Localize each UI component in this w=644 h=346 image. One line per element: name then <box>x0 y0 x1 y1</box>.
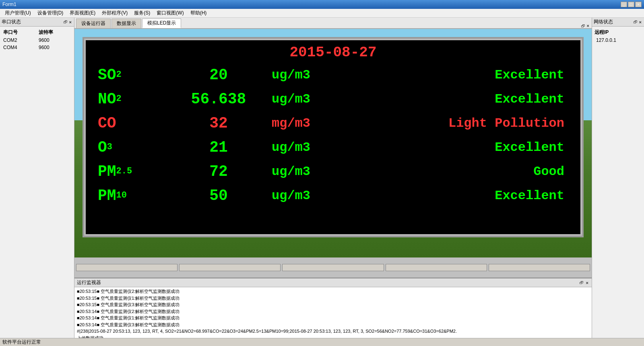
pollutant-value-no2: 56.638 <box>182 91 255 108</box>
scrollbar-section-2[interactable] <box>179 264 281 271</box>
scrollbar-section-5[interactable] <box>489 264 590 271</box>
network-panel-title: 网络状态 <box>594 19 613 25</box>
monitor-line: #|238|2015-08-27 20:53:13, 123, 123, RT,… <box>77 328 589 335</box>
status-bar: 软件平台运行正常 <box>0 338 644 346</box>
led-row-no2: NO2 56.638 ug/m3 Excellent <box>94 87 572 111</box>
monitor-title: 运行监视器 <box>77 279 101 286</box>
pollutant-unit-co: mg/m3 <box>255 116 327 131</box>
window-title: Form1 <box>2 2 621 7</box>
pollutant-status-pm25: Good <box>327 164 572 179</box>
title-bar: Form1 _ □ × <box>0 0 644 9</box>
tab-device-runner[interactable]: 设备运行器 <box>76 19 111 28</box>
led-date: 2015-08-27 <box>94 44 572 61</box>
menu-bar: 用户管理(U) 设备管理(D) 界面视图(E) 外部程序(V) 服务(S) 窗口… <box>0 9 644 18</box>
led-row-pm10: PM10 50 ug/m3 Excellent <box>94 184 572 207</box>
scrollbar-section-4[interactable] <box>386 264 487 271</box>
maximize-button[interactable]: □ <box>628 2 634 7</box>
network-pin[interactable]: 🗗 <box>634 20 638 25</box>
tab-area-close[interactable]: × <box>586 23 590 28</box>
monitor-header: 运行监视器 🗗 × <box>74 278 592 287</box>
pollutant-name-so2: SO2 <box>94 66 182 84</box>
port-name: COM4 <box>2 44 37 51</box>
serial-panel-close[interactable]: × <box>68 20 72 25</box>
monitor-line: ■20:53:14■ 空气质量监测仪1:解析空气监测数据成功 <box>77 315 589 321</box>
serial-table: 串口号 波特率 COM2 9600 COM4 9600 <box>0 27 74 53</box>
pin-icon[interactable]: 🗗 <box>64 20 68 25</box>
close-button[interactable]: × <box>635 2 642 7</box>
pollutant-status-o3: Excellent <box>327 140 572 155</box>
pollutant-name-no2: NO2 <box>94 91 182 108</box>
pollutant-value-o3: 21 <box>182 139 255 156</box>
pollutant-name-co: CO <box>94 115 182 132</box>
remote-ip-label: 远程IP <box>594 29 642 36</box>
table-row: COM2 9600 <box>2 37 72 44</box>
scrollbar-section-1[interactable] <box>76 264 178 271</box>
led-row-co: CO 32 mg/m3 Light Pollution <box>94 111 572 135</box>
network-panel-controls: 🗗 × <box>634 20 642 25</box>
monitor-close[interactable]: × <box>585 280 589 285</box>
pollutant-status-no2: Excellent <box>327 92 572 107</box>
monitor-pin[interactable]: 🗗 <box>580 280 584 285</box>
serial-panel-header: 串口状态 🗗 × <box>0 18 74 27</box>
pollutant-name-pm25: PM2.5 <box>94 163 182 180</box>
monitor-line: ■20:53:15■ 空气质量监测仪3:解析空气监测数据成功 <box>77 301 589 308</box>
status-text: 软件平台运行正常 <box>2 339 41 346</box>
led-display-area: 2015-08-27 SO2 20 ug/m3 Excellent <box>74 29 592 257</box>
menu-device[interactable]: 设备管理(D) <box>34 9 67 17</box>
pollutant-status-pm10: Excellent <box>327 188 572 203</box>
pollutant-value-pm25: 72 <box>182 163 255 180</box>
pollutant-unit-no2: ug/m3 <box>255 92 327 107</box>
monitor-line: ■20:53:14■ 空气质量监测仪2:解析空气监测数据成功 <box>77 308 589 315</box>
right-panel: 网络状态 🗗 × 远程IP 127.0.0.1 <box>592 18 644 346</box>
tab-data-display[interactable]: 数据显示 <box>111 19 141 28</box>
tab-bar: 设备运行器 数据显示 模拟LED显示 🗗 × <box>74 18 592 29</box>
scrollbar-section-3[interactable] <box>282 264 384 271</box>
table-row: COM4 9600 <box>2 44 72 51</box>
port-name: COM2 <box>2 37 37 44</box>
monitor-controls: 🗗 × <box>580 280 589 285</box>
led-scrollbar <box>74 257 592 278</box>
baud-rate: 9600 <box>37 44 72 51</box>
menu-window[interactable]: 窗口视图(W) <box>153 9 187 17</box>
pollutant-name-o3: O3 <box>94 139 182 156</box>
led-row-so2: SO2 20 ug/m3 Excellent <box>94 63 572 86</box>
network-close[interactable]: × <box>638 20 642 25</box>
pollutant-name-pm10: PM10 <box>94 187 182 204</box>
pollutant-status-co: Light Pollution <box>327 116 572 131</box>
center-area: 设备运行器 数据显示 模拟LED显示 🗗 × 2015 <box>74 18 592 346</box>
monitor-line: ■20:53:15■ 空气质量监测仪2:解析空气监测数据成功 <box>77 288 589 295</box>
pollutant-value-so2: 20 <box>182 66 255 84</box>
serial-panel-title: 串口状态 <box>2 19 21 25</box>
pollutant-value-pm10: 50 <box>182 187 255 204</box>
window-controls: _ □ × <box>621 2 642 7</box>
monitor-content[interactable]: ■20:53:15■ 空气质量监测仪2:解析空气监测数据成功 ■20:53:15… <box>74 287 592 346</box>
pollutant-unit-pm10: ug/m3 <box>255 188 327 203</box>
pollutant-unit-o3: ug/m3 <box>255 140 327 155</box>
remote-ip-value: 127.0.0.1 <box>596 37 642 43</box>
left-panel: 串口状态 🗗 × 串口号 波特率 COM2 9600 <box>0 18 74 346</box>
monitor-line: ■20:53:15■ 空气质量监测仪1:解析空气监测数据成功 <box>77 295 589 302</box>
led-rows: SO2 20 ug/m3 Excellent NO2 56.638 ug/m3 … <box>94 63 572 207</box>
pollutant-unit-so2: ug/m3 <box>255 68 327 82</box>
menu-user[interactable]: 用户管理(U) <box>2 9 34 17</box>
baud-rate: 9600 <box>37 37 72 44</box>
led-screen: 2015-08-27 SO2 20 ug/m3 Excellent <box>86 40 580 234</box>
monitor-panel: 运行监视器 🗗 × ■20:53:15■ 空气质量监测仪2:解析空气监测数据成功… <box>74 278 592 346</box>
menu-help[interactable]: 帮助(H) <box>187 9 210 17</box>
main-layout: 串口状态 🗗 × 串口号 波特率 COM2 9600 <box>0 18 644 346</box>
network-panel-header: 网络状态 🗗 × <box>592 18 644 27</box>
tab-led-display[interactable]: 模拟LED显示 <box>142 19 181 28</box>
menu-service[interactable]: 服务(S) <box>131 9 153 17</box>
pollutant-unit-pm25: ug/m3 <box>255 164 327 179</box>
pollutant-value-co: 32 <box>182 115 255 132</box>
col-header-baud: 波特率 <box>37 28 72 37</box>
minimize-button[interactable]: _ <box>621 2 627 7</box>
menu-external[interactable]: 外部程序(V) <box>99 9 131 17</box>
menu-view[interactable]: 界面视图(E) <box>66 9 99 17</box>
serial-panel-buttons: 🗗 × <box>64 20 72 25</box>
tab-area-pin[interactable]: 🗗 <box>581 24 585 28</box>
monitor-line: ■20:53:14■ 空气质量监测仪3:解析空气监测数据成功 <box>77 321 589 328</box>
network-panel-content: 远程IP 127.0.0.1 <box>592 27 644 45</box>
led-row-pm25: PM2.5 72 ug/m3 Good <box>94 160 572 183</box>
pollutant-status-so2: Excellent <box>327 68 572 82</box>
